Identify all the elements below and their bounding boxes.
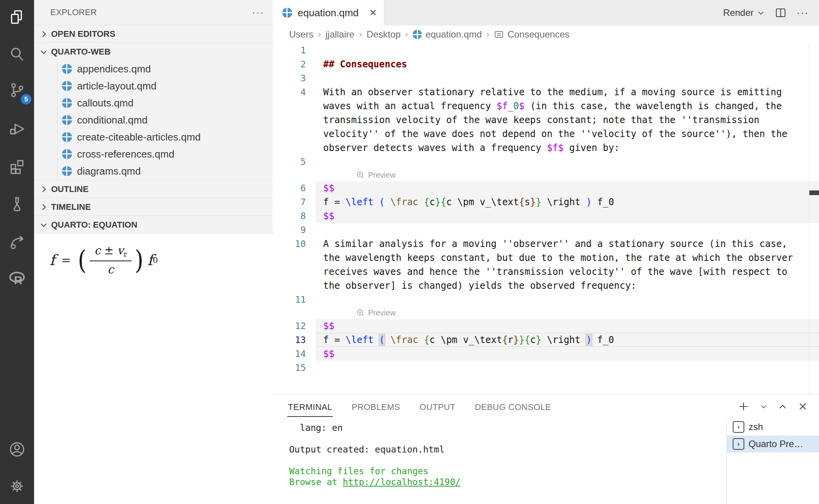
code-row: 5 [273, 155, 819, 169]
code-row: 15 [273, 361, 819, 375]
editor-group: equation.qmd ✕ Render ··· Users › jjalla… [273, 0, 819, 394]
quarto-file-icon [62, 98, 72, 108]
chevron-down-icon [39, 48, 48, 56]
breadcrumb-symbol[interactable]: Consequences [494, 29, 569, 40]
panel-tab-debug-console[interactable]: DEBUG CONSOLE [474, 397, 552, 417]
live-share-icon[interactable] [0, 224, 34, 259]
split-editor-icon[interactable] [775, 7, 786, 19]
breadcrumb: Users › jjallaire › Desktop › equation.q… [273, 26, 819, 43]
quarto-file-icon [62, 132, 72, 142]
testing-icon[interactable] [0, 187, 34, 221]
tree-item-callouts-qmd[interactable]: callouts.qmd [34, 94, 273, 111]
panel-tab-terminal[interactable]: TERMINAL [287, 397, 333, 417]
code-row: the wavelength keeps constant, but due t… [273, 251, 819, 265]
explorer-icon[interactable] [0, 0, 34, 35]
source-control-icon[interactable]: 5 [0, 74, 34, 108]
chevron-right-icon [39, 185, 48, 194]
code-row: velocity'' of the wave does not depend o… [273, 127, 819, 141]
code-row: 3 [273, 71, 819, 85]
left-paren: ( [78, 247, 87, 273]
breadcrumb-file[interactable]: equation.qmd [413, 29, 481, 40]
section-open-editors[interactable]: OPEN EDITORS [34, 25, 273, 43]
search-icon[interactable] [0, 37, 34, 72]
tab-equation-qmd[interactable]: equation.qmd ✕ [273, 0, 384, 26]
terminal-icon: › [733, 438, 744, 450]
line-number: 7 [273, 197, 306, 207]
tab-title: equation.qmd [298, 7, 359, 19]
close-panel-icon[interactable] [798, 402, 807, 411]
close-tab-icon[interactable]: ✕ [369, 7, 377, 18]
tree-item-create-citeable-articles-qmd[interactable]: create-citeable-articles.qmd [34, 129, 273, 146]
code-row: the observer] is changed) yields the obs… [273, 279, 819, 293]
line-number: 1 [273, 45, 306, 55]
panel-tabs: TERMINALPROBLEMSOUTPUTDEBUG CONSOLE [273, 394, 819, 417]
accounts-icon[interactable] [0, 432, 34, 467]
zoom-in-icon [356, 171, 365, 179]
breadcrumb-users[interactable]: Users [289, 29, 314, 40]
scrollbar-gutter-line [809, 43, 809, 394]
quarto-file-icon [62, 64, 72, 74]
panel-tab-problems[interactable]: PROBLEMS [351, 397, 401, 417]
tree-item-article-layout-qmd[interactable]: article-layout.qmd [34, 77, 273, 94]
editor-more-actions-icon[interactable]: ··· [797, 7, 809, 19]
svg-text:R: R [14, 274, 22, 286]
chevron-right-icon [39, 203, 48, 211]
section-quarto-equation[interactable]: QUARTO: EQUATION [34, 216, 273, 233]
preview-code-lens[interactable]: Preview [356, 171, 396, 180]
code-editor[interactable]: 12## Consequences34With an observer stat… [273, 43, 819, 394]
maximize-panel-icon[interactable] [778, 402, 787, 411]
code-row: 11 [273, 293, 819, 307]
terminal-session-quarto-pre-[interactable]: ›Quarto Pre… [727, 435, 819, 453]
terminal-localhost-link[interactable]: http://localhost:4190/ [343, 477, 461, 487]
render-button[interactable]: Render [723, 7, 765, 18]
tree-item-conditional-qmd[interactable]: conditional.qmd [34, 111, 273, 129]
code-row: 4With an observer stationary relative to… [273, 85, 819, 99]
section-quarto-web[interactable]: QUARTO-WEB [34, 43, 273, 60]
tree-item-cross-references-qmd[interactable]: cross-references.qmd [34, 146, 273, 163]
breadcrumb-jjallaire[interactable]: jjallaire [326, 29, 355, 40]
terminal-dropdown-icon[interactable] [760, 403, 767, 410]
editor-lines: 12## Consequences34With an observer stat… [273, 43, 819, 375]
line-number: 10 [273, 239, 306, 249]
terminal-session-zsh[interactable]: ›zsh [727, 418, 819, 435]
code-row: 13f = \left ( \frac {c \pm v_\text{r}}{c… [273, 333, 819, 347]
panel-tab-output[interactable]: OUTPUT [419, 397, 456, 417]
line-number: 15 [273, 363, 306, 373]
quarto-file-icon [62, 149, 72, 159]
bottom-panel: TERMINALPROBLEMSOUTPUTDEBUG CONSOLE lang… [273, 394, 819, 504]
new-terminal-icon[interactable] [738, 401, 749, 412]
terminal-icon: › [733, 421, 744, 433]
activity-bar: 5 R [0, 0, 34, 504]
run-and-debug-icon[interactable] [0, 111, 34, 146]
terminal-output[interactable]: lang: en Output created: equation.html W… [289, 422, 461, 487]
code-row: 1 [273, 43, 819, 57]
tree-item-appendices-qmd[interactable]: appendices.qmd [34, 60, 273, 77]
terminal-session-list: ›zsh›Quarto Pre… [726, 418, 819, 504]
settings-icon[interactable] [0, 469, 34, 504]
quarto-file-icon [62, 81, 72, 91]
chevron-right-icon [39, 30, 48, 38]
code-row: 7f = \left ( \frac {c}{c \pm v_\text{s}}… [273, 195, 819, 209]
line-number: 4 [273, 87, 306, 97]
code-row: 14$$ [273, 347, 819, 361]
extensions-icon[interactable] [0, 149, 34, 184]
r-language-icon[interactable]: R [0, 261, 34, 296]
code-row: receives waves and hence the ''transmiss… [273, 265, 819, 279]
quarto-file-icon [413, 30, 422, 39]
code-row: waves with an actual frequency $f_0$ (in… [273, 99, 819, 113]
rendered-equation: f = ( c ± vr c ) f0 [50, 244, 273, 276]
line-number: 3 [273, 73, 306, 83]
preview-code-lens[interactable]: Preview [356, 309, 396, 317]
explorer-more-actions-icon[interactable]: ··· [252, 7, 264, 19]
breadcrumb-desktop[interactable]: Desktop [367, 29, 401, 40]
section-outline[interactable]: OUTLINE [34, 180, 273, 198]
section-timeline[interactable]: TIMELINE [34, 198, 273, 216]
line-number: 8 [273, 211, 306, 221]
code-lens-row: Preview [273, 307, 819, 319]
line-number: 5 [273, 157, 306, 167]
quarto-file-icon [62, 166, 72, 176]
vscode-window: 5 R [0, 0, 819, 504]
equation-preview-panel: f = ( c ± vr c ) f0 [34, 233, 273, 504]
line-number: 13 [273, 335, 306, 345]
tree-item-diagrams-qmd[interactable]: diagrams.qmd [34, 163, 273, 180]
